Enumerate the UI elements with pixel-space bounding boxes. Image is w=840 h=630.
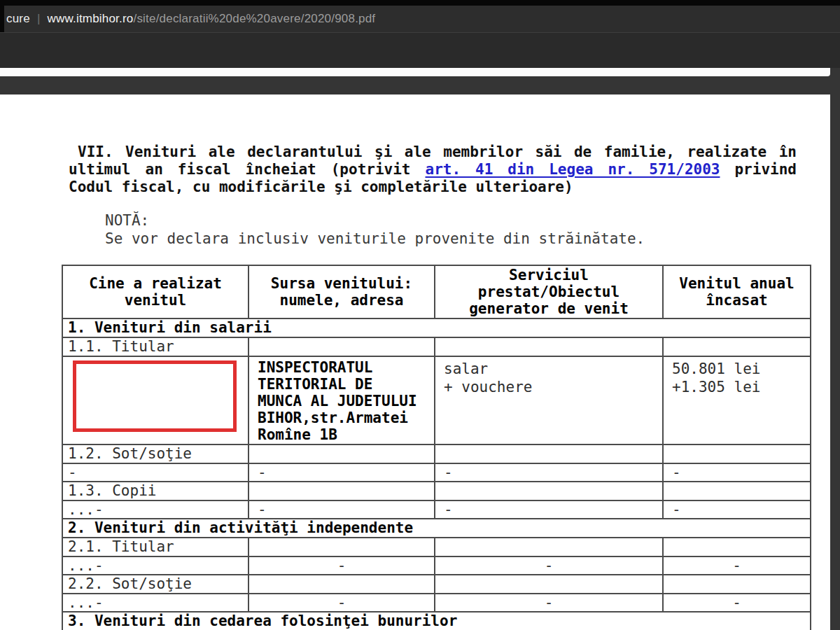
pdf-toolbar: − + Page view xyxy=(0,32,840,69)
pdf-page: VII. Venituri ale declarantului şi ale m… xyxy=(0,94,830,630)
table-row: INSPECTORATULTERITORIAL DEMUNCA AL JUDET… xyxy=(62,356,811,444)
window-frame-edge xyxy=(0,6,4,32)
empty-cell xyxy=(248,444,435,463)
column-header: Serviciulprestat/Obiectulgenerator de ve… xyxy=(435,265,663,318)
heading-line-3: Codul fiscal, cu modificările şi complet… xyxy=(69,178,797,196)
empty-cell xyxy=(663,337,811,356)
empty-cell xyxy=(663,538,811,556)
url-path: /site/declaratii%20de%20avere/2020/908.p… xyxy=(133,12,375,25)
redaction-box xyxy=(73,360,237,432)
dash-cell: - xyxy=(435,594,663,612)
law-article-link[interactable]: art. 41 din Legea nr. 571/2003 xyxy=(426,161,720,178)
dash-cell: - xyxy=(435,463,663,482)
dash-cell: - xyxy=(663,556,811,575)
note-title: NOTĂ: xyxy=(105,211,645,230)
redacted-name-cell xyxy=(62,356,248,444)
empty-cell xyxy=(435,482,663,500)
table-row: ...---- xyxy=(62,556,811,575)
dash-cell: ...- xyxy=(62,500,248,519)
empty-cell xyxy=(663,575,811,594)
section-row-label: 3. Venituri din cedarea folosinţei bunur… xyxy=(62,612,811,630)
note-body: Se vor declara inclusiv veniturile prove… xyxy=(105,230,645,248)
dash-cell: ...- xyxy=(62,556,248,575)
empty-cell xyxy=(435,337,663,356)
url-domain: www.itmbihor.ro xyxy=(48,12,134,25)
url-separator: | xyxy=(37,12,41,25)
data-cell: salar+ vouchere xyxy=(435,356,663,444)
dash-cell: - xyxy=(248,594,435,612)
data-cell: INSPECTORATULTERITORIAL DEMUNCA AL JUDET… xyxy=(248,356,435,444)
data-cell: 50.801 lei+1.305 lei xyxy=(663,356,811,444)
empty-cell xyxy=(663,482,811,500)
browser-window: cure|www.itmbihor.ro/site/declaratii%20d… xyxy=(0,0,840,630)
sub-row-label: 2.1. Titular xyxy=(62,538,248,556)
sub-row-label: 2.2. Sot/soţie xyxy=(62,575,248,594)
table-row: 1.2. Sot/soţie xyxy=(62,444,811,463)
table-row: ---- xyxy=(62,463,811,482)
sub-row-label: 1.3. Copii xyxy=(62,482,248,500)
empty-cell xyxy=(248,337,435,356)
dash-cell: - xyxy=(435,500,663,519)
heading-line-2-pre: ultimul an fiscal încheiat (potrivit xyxy=(69,161,411,178)
table-row: 2. Venituri din activităţi independente xyxy=(62,519,811,538)
pdf-viewer-canvas[interactable]: VII. Venituri ale declarantului şi ale m… xyxy=(0,68,840,630)
empty-cell xyxy=(248,482,435,500)
table-row: 1.3. Copii xyxy=(62,482,811,500)
previous-page-edge xyxy=(0,68,830,76)
income-table: Cine a realizatvenitulSursa venitului:nu… xyxy=(62,265,811,630)
dash-cell: - xyxy=(62,463,248,482)
sub-row-label: 1.1. Titular xyxy=(62,337,248,356)
empty-cell xyxy=(248,538,435,556)
table-row: 1. Venituri din salarii xyxy=(62,318,811,337)
heading-line-1: VII. Venituri ale declarantului şi ale m… xyxy=(69,144,797,161)
dash-cell: - xyxy=(663,500,811,519)
empty-cell xyxy=(435,538,663,556)
window-frame-top xyxy=(0,0,840,6)
table-row: 3. Venituri din cedarea folosinţei bunur… xyxy=(62,612,811,630)
dash-cell: - xyxy=(663,463,811,482)
empty-cell xyxy=(663,444,811,463)
security-label-fragment: cure xyxy=(6,12,30,25)
column-header: Cine a realizatvenitul xyxy=(62,265,248,318)
table-row: 2.1. Titular xyxy=(62,538,811,556)
table-row: 1.1. Titular xyxy=(62,337,811,356)
dash-cell: ...- xyxy=(62,594,248,612)
dash-cell: - xyxy=(248,500,435,519)
sub-row-label: 1.2. Sot/soţie xyxy=(62,444,248,463)
dash-cell: - xyxy=(663,594,811,612)
empty-cell xyxy=(435,575,663,594)
heading-line-2: ultimul an fiscal încheiat (potrivit art… xyxy=(69,161,797,178)
heading-line-2-post: privind xyxy=(734,161,797,178)
section-row-label: 2. Venituri din activităţi independente xyxy=(62,519,811,538)
table-row: 2.2. Sot/soţie xyxy=(62,575,811,594)
column-header: Venitul anualîncasat xyxy=(663,265,811,318)
table-row: ...---- xyxy=(62,500,811,519)
url-text[interactable]: cure|www.itmbihor.ro/site/declaratii%20d… xyxy=(6,12,375,26)
table-row: ...---- xyxy=(62,594,811,612)
dash-cell: - xyxy=(248,463,435,482)
empty-cell xyxy=(248,575,435,594)
column-header: Sursa venitului:numele, adresa xyxy=(248,265,435,318)
dash-cell: - xyxy=(248,556,435,575)
address-bar[interactable]: cure|www.itmbihor.ro/site/declaratii%20d… xyxy=(0,6,840,33)
dash-cell: - xyxy=(435,556,663,575)
header-row: Cine a realizatvenitulSursa venitului:nu… xyxy=(62,265,811,318)
empty-cell xyxy=(435,444,663,463)
section-row-label: 1. Venituri din salarii xyxy=(62,318,811,337)
note-block: NOTĂ: Se vor declara inclusiv veniturile… xyxy=(105,211,645,248)
income-table-wrap: Cine a realizatvenitulSursa venitului:nu… xyxy=(62,265,811,630)
section-vii-heading: VII. Venituri ale declarantului şi ale m… xyxy=(69,144,797,196)
